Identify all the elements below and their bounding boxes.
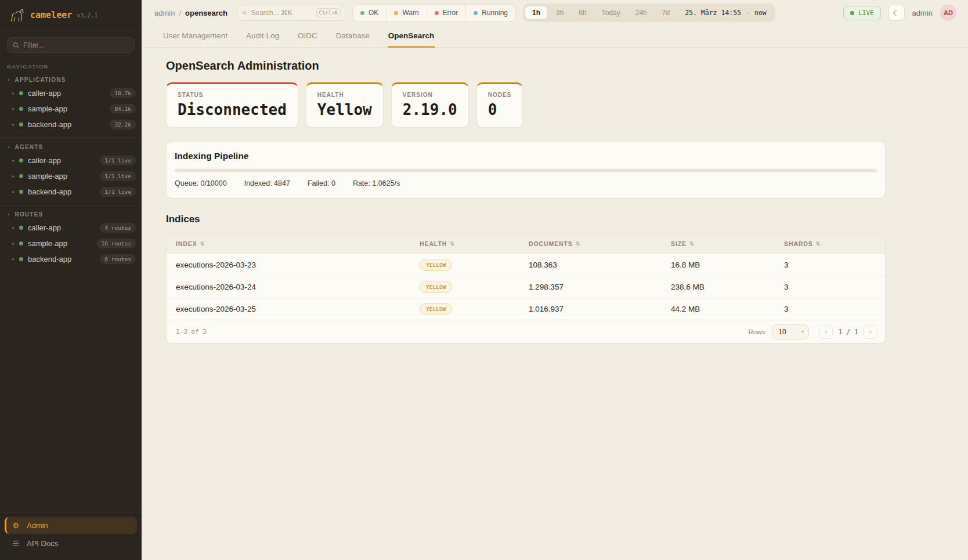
stat-card-nodes: NODES 0 [476, 82, 523, 128]
app-root: cameleer v3.2.1 NAVIGATION ▾ APPLICATION… [0, 0, 968, 560]
status-dot [19, 107, 23, 111]
rows-per-page-label: Rows: [748, 328, 767, 335]
column-header-documents[interactable]: DOCUMENTS ⇅ [519, 240, 662, 247]
routes-badge: 16 routes [97, 239, 136, 248]
topbar-right: LIVE ☾ admin AD [843, 5, 956, 21]
tab-oidc[interactable]: OIDC [297, 26, 318, 47]
theme-toggle-button[interactable]: ☾ [888, 5, 905, 21]
date-range-separator: — [746, 9, 750, 17]
tab-user-management[interactable]: User Management [162, 26, 228, 47]
search-input[interactable] [251, 9, 312, 17]
stat-cards: STATUS Disconnected HEALTH Yellow VERSIO… [166, 82, 886, 128]
column-header-index[interactable]: INDEX ⇅ [167, 240, 410, 247]
live-status-badge[interactable]: LIVE [843, 6, 881, 20]
status-dot [19, 122, 23, 127]
sidebar-item-sample-app-routes[interactable]: ▸ sample-app 16 routes [0, 236, 142, 251]
sidebar-item-backend-app[interactable]: ▸ backend-app 32.2k [0, 117, 142, 132]
chevron-right-icon: ▸ [12, 189, 15, 194]
sidebar-item-sample-app-agent[interactable]: ▸ sample-app 1/1 live [0, 168, 142, 184]
pagination-controls: Rows: 10 ▾ ‹ 1 / 1 › [748, 324, 877, 339]
sidebar-item-caller-app[interactable]: ▸ caller-app 10.7k [0, 85, 142, 101]
sidebar-item-sample-app[interactable]: ▸ sample-app 84.1k [0, 101, 142, 117]
nav-section-header-routes[interactable]: ▾ ROUTES [0, 208, 142, 220]
pipeline-stats: Queue: 0/10000 Indexed: 4847 Failed: 0 R… [175, 179, 877, 187]
tab-audit-log[interactable]: Audit Log [245, 26, 280, 47]
stat-card-health: HEALTH Yellow [306, 82, 384, 128]
filter-chip-running[interactable]: Running [465, 5, 515, 21]
sidebar-item-api-docs[interactable]: ☰ API Docs [5, 535, 137, 552]
nodes-value: 0 [488, 101, 512, 118]
sidebar-item-backend-app-routes[interactable]: ▸ backend-app 6 routes [0, 251, 142, 267]
sidebar-item-caller-app-routes[interactable]: ▸ caller-app 4 routes [0, 220, 142, 236]
nav-section-header-agents[interactable]: ▾ AGENTS [0, 140, 142, 153]
range-7d-button[interactable]: 7d [655, 6, 677, 19]
status-dot [19, 257, 23, 261]
column-header-size[interactable]: SIZE ⇅ [662, 240, 775, 247]
sort-icon: ⇅ [200, 241, 205, 247]
admin-tabs: User Management Audit Log OIDC Database … [142, 26, 968, 48]
table-row[interactable]: executions-2026-03-25 YELLOW 1.016.937 4… [167, 298, 885, 320]
status-dot [19, 241, 23, 245]
range-today-button[interactable]: Today [595, 6, 627, 19]
count-badge: 10.7k [110, 88, 136, 98]
range-1h-button[interactable]: 1h [525, 6, 548, 20]
filter-chip-error[interactable]: Error [427, 5, 466, 21]
sort-icon: ⇅ [450, 241, 454, 247]
documents-cell: 1.298.357 [519, 283, 662, 291]
error-dot [435, 11, 439, 15]
sidebar-item-label: Admin [27, 521, 48, 530]
status-dot [19, 91, 23, 95]
stat-card-status: STATUS Disconnected [166, 82, 298, 128]
range-6h-button[interactable]: 6h [572, 6, 593, 19]
avatar[interactable]: AD [940, 5, 956, 21]
nav-section-header-applications[interactable]: ▾ APPLICATIONS [0, 73, 142, 85]
date-range-display[interactable]: 25. März 14:55 — now [678, 9, 774, 17]
health-badge: YELLOW [420, 303, 452, 315]
chevron-down-icon: ▾ [801, 329, 804, 334]
size-cell: 16.8 MB [662, 261, 775, 269]
nav-section-applications: ▾ APPLICATIONS ▸ caller-app 10.7k ▸ samp… [0, 73, 142, 132]
documents-cell: 108.363 [519, 261, 662, 269]
prev-page-button[interactable]: ‹ [819, 325, 833, 339]
table-row[interactable]: executions-2026-03-23 YELLOW 108.363 16.… [167, 254, 885, 276]
table-row[interactable]: executions-2026-03-24 YELLOW 1.298.357 2… [167, 276, 885, 298]
sidebar: cameleer v3.2.1 NAVIGATION ▾ APPLICATION… [0, 0, 142, 560]
filter-chip-ok[interactable]: OK [353, 5, 386, 21]
tab-database[interactable]: Database [335, 26, 370, 47]
logo: cameleer v3.2.1 [0, 0, 142, 31]
sidebar-item-caller-app-agent[interactable]: ▸ caller-app 1/1 live [0, 153, 142, 168]
divider [0, 205, 142, 205]
tab-opensearch[interactable]: OpenSearch [388, 26, 435, 48]
camel-logo-icon [8, 7, 26, 23]
index-name-cell: executions-2026-03-25 [167, 305, 410, 313]
column-header-shards[interactable]: SHARDS ⇅ [775, 240, 885, 247]
breadcrumb-parent[interactable]: admin [154, 9, 175, 17]
sidebar-filter [7, 37, 135, 53]
status-value: Disconnected [178, 101, 287, 118]
global-search: Ctrl+K [237, 5, 345, 21]
rows-per-page-select[interactable]: 10 ▾ [772, 324, 809, 339]
app-name: cameleer [30, 10, 72, 20]
running-dot [474, 11, 478, 15]
sidebar-item-label: API Docs [27, 539, 58, 548]
queue-stat: Queue: 0/10000 [175, 179, 227, 187]
next-page-button[interactable]: › [864, 325, 877, 339]
app-version: v3.2.1 [77, 12, 97, 19]
size-cell: 238.6 MB [662, 283, 775, 291]
sidebar-item-admin[interactable]: ⚙ Admin [5, 517, 137, 534]
column-header-health[interactable]: HEALTH ⇅ [410, 240, 519, 247]
nav-heading: NAVIGATION [7, 63, 135, 70]
sidebar-filter-input[interactable] [23, 41, 129, 49]
filter-chip-warn[interactable]: Warn [386, 5, 426, 21]
range-3h-button[interactable]: 3h [549, 6, 570, 19]
row-range-label: 1-3 of 3 [174, 328, 207, 335]
date-range-from: 25. März 14:55 [685, 9, 741, 17]
indices-table: INDEX ⇅ HEALTH ⇅ DOCUMENTS ⇅ SIZE ⇅ [166, 233, 886, 344]
sidebar-item-backend-app-agent[interactable]: ▸ backend-app 1/1 live [0, 184, 142, 200]
nav-section-agents: ▾ AGENTS ▸ caller-app 1/1 live ▸ sample-… [0, 140, 142, 200]
page-indicator: 1 / 1 [838, 328, 858, 336]
main-area: admin / opensearch Ctrl+K OK Warn [142, 0, 968, 560]
chevron-right-icon: ▸ [12, 106, 15, 111]
chevron-right-icon: ▸ [12, 122, 15, 127]
range-24h-button[interactable]: 24h [629, 6, 654, 19]
